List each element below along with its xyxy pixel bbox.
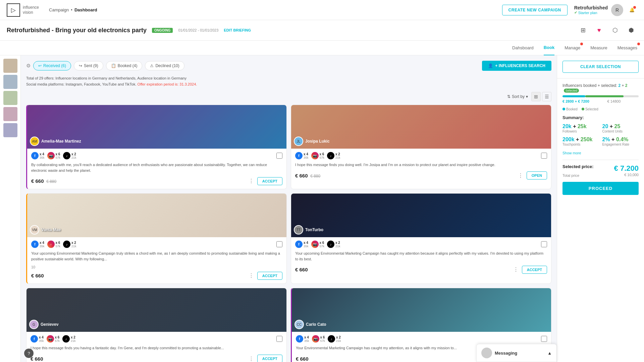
facebook-icon: f <box>296 335 303 343</box>
select-checkbox-5[interactable] <box>541 336 547 342</box>
select-checkbox-2[interactable] <box>276 241 282 247</box>
help-button[interactable]: ? <box>24 349 34 358</box>
tiktok-tag-4: ♪ x 221k <box>62 335 76 343</box>
nav-dashboard[interactable]: Dahsboard <box>512 41 534 55</box>
campaign-dates: 01/01/2022 - 01/01/2023 <box>178 28 218 32</box>
sidebar-thumb-4[interactable] <box>3 107 17 121</box>
nav-measure[interactable]: Measure <box>590 41 607 55</box>
right-summary: Influencers booked + selected: 2 + 2 Sel… <box>557 79 644 200</box>
filter-sent[interactable]: ↪ Sent (9) <box>74 61 103 70</box>
select-checkbox-1[interactable] <box>541 153 547 159</box>
social-icons-4: f x 435k 📷 x 657k ♪ x 221k <box>31 335 282 343</box>
nav-messages[interactable]: Messages <box>618 41 637 55</box>
list-view-button[interactable]: ☰ <box>542 92 551 101</box>
filter-booked[interactable]: 📋 Booked (4) <box>106 61 143 70</box>
tiktok-icon: ♪ <box>63 241 70 248</box>
user-plan: ✔ Starter plan <box>574 10 608 15</box>
progress-bar <box>562 95 639 97</box>
accept-button-2[interactable]: ACCEPT <box>257 272 282 280</box>
logo-text: influence vision <box>23 5 39 15</box>
create-campaign-button[interactable]: CREATE NEW CAMPAIGN <box>502 5 568 15</box>
export-icon[interactable]: ⬢ <box>625 24 637 36</box>
selected-price-value: € 7.200 <box>614 164 639 173</box>
accept-button-3[interactable]: ACCEPT <box>522 266 547 274</box>
card-image-1: JL Josipa Lukic <box>291 105 551 149</box>
instagram-icon: ○ <box>47 241 55 248</box>
chevron-down-icon: ▾ <box>526 94 528 99</box>
card-body-3: f x 435k 📷 x 657k ♪ x 221k You <box>291 237 551 277</box>
sidebar-thumb-3[interactable] <box>3 91 17 105</box>
price-area-0: € 660 € 880 <box>31 178 56 184</box>
edit-briefing-button[interactable]: EDIT BRIEFING <box>224 28 251 32</box>
sort-icon: ⇅ <box>507 94 511 99</box>
filter-declined[interactable]: ⚠ Declined (10) <box>145 61 184 70</box>
instagram-icon: 📷 <box>311 152 319 159</box>
followers-stat: 20k + 25k Followers <box>562 123 599 133</box>
share-icon[interactable]: ⬡ <box>609 24 621 36</box>
influencer-name-3: TonTurbo <box>305 227 323 232</box>
expiration-link[interactable]: Offer expiration period is: 31.3.2024. <box>138 82 197 86</box>
filter-received[interactable]: ↩ Received (6) <box>33 61 71 70</box>
accept-button-4[interactable]: ACCEPT <box>257 355 282 362</box>
more-options-button-0[interactable]: ⋮ <box>247 176 255 186</box>
influencer-card-0: AM Amelia-Mae Martinez f x 435k 📷 x 6 <box>26 105 287 189</box>
avatar-2: VM <box>30 225 39 235</box>
instagram-tag-1: 📷 x 657k <box>311 152 325 159</box>
avatar-5: CC <box>294 320 304 329</box>
sidebar-thumb-1[interactable] <box>3 59 17 73</box>
more-options-button-1[interactable]: ⋮ <box>517 171 525 180</box>
price-4: € 660 <box>31 356 43 362</box>
notification-dot <box>633 6 636 9</box>
facebook-tag-2: f x 435k <box>31 241 45 248</box>
card-body-4: f x 435k 📷 x 657k ♪ x 221k I h <box>26 332 286 362</box>
influencers-search-button[interactable]: 👤 + INFLUENCERS SEARCH <box>482 61 551 71</box>
social-icons-1: f x 435k 📷 x 657k ♪ x 221k <box>295 152 547 159</box>
campaign-action-icons: ⊞ ♥ ⬡ ⬢ <box>577 24 637 36</box>
card-footer-0: € 660 € 880 ⋮ ACCEPT <box>31 176 282 186</box>
instagram-icon: 📷 <box>311 241 319 248</box>
legend-selected: Selected <box>582 107 598 111</box>
proceed-button[interactable]: PROCEED <box>562 182 639 195</box>
more-options-button-2[interactable]: ⋮ <box>247 271 255 280</box>
price-2: € 660 <box>31 273 44 278</box>
select-checkbox-4[interactable] <box>276 336 282 342</box>
sidebar-thumb-2[interactable] <box>3 75 17 89</box>
sidebar-thumb-5[interactable] <box>3 123 17 137</box>
followers-label: Followers <box>562 130 599 133</box>
nav-book[interactable]: Book <box>544 41 555 55</box>
card-actions-4: ⋮ ACCEPT <box>247 354 282 362</box>
show-more-link[interactable]: Show more <box>562 151 639 155</box>
influencer-card-2: VM Vanta Mae f x 435k ○ x 657k <box>26 193 287 284</box>
select-checkbox-0[interactable] <box>276 153 282 159</box>
social-icons-0: f x 435k 📷 x 657k ♪ x 221k <box>31 152 282 159</box>
card-body-1: f x 435k 📷 x 657k ♪ x 221k I h <box>291 149 551 184</box>
tiktok-tag-0: ♪ x 221k <box>63 152 76 159</box>
manage-dot <box>580 43 583 45</box>
filter-settings-icon[interactable]: ⚙ <box>26 63 31 69</box>
select-checkbox-3[interactable] <box>541 241 547 247</box>
heart-icon[interactable]: ♥ <box>593 24 605 36</box>
layout-icon[interactable]: ⊞ <box>577 24 589 36</box>
notification-bell[interactable]: 🔔 <box>627 5 637 15</box>
more-options-button-4[interactable]: ⋮ <box>247 354 255 362</box>
messaging-bar[interactable]: Messaging ▲ <box>476 344 557 362</box>
card-image-0: AM Amelia-Mae Martinez <box>27 105 286 149</box>
instagram-tag-2: ○ x 657k <box>47 241 61 248</box>
clear-selection-button[interactable]: CLEAR SELECTION <box>562 61 639 73</box>
logo-icon: ▷ <box>7 3 20 17</box>
legend-booked: Booked <box>562 107 578 111</box>
accept-button-0[interactable]: ACCEPT <box>257 177 282 185</box>
top-nav: ▷ influence vision Campaign • Dashboard … <box>0 0 644 20</box>
card-actions-1: ⋮ OPEN <box>517 171 547 180</box>
campaign-header: Retrofurbished - Bring your old electron… <box>0 20 644 41</box>
grid-view-button[interactable]: ⊞ <box>531 92 541 101</box>
booked-selected-label: Influencers booked + selected: 2 + 2 Sel… <box>562 83 639 93</box>
card-actions-2: ⋮ ACCEPT <box>247 271 282 280</box>
nav-manage[interactable]: Manage <box>565 41 580 55</box>
sort-button[interactable]: ⇅ Sort by ▾ <box>507 94 528 99</box>
open-button-1[interactable]: OPEN <box>527 171 547 179</box>
more-options-button-3[interactable]: ⋮ <box>512 265 520 274</box>
messaging-avatar <box>481 348 492 358</box>
selected-badge: Selected <box>564 89 579 93</box>
card-description-1: I hope this message finds you doing well… <box>295 162 547 168</box>
